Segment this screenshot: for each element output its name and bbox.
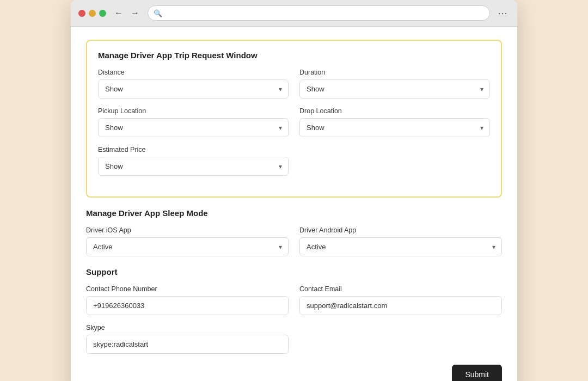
minimize-icon[interactable]: [89, 10, 96, 17]
distance-select-wrapper: Show Hide ▾: [98, 79, 289, 99]
distance-group: Distance Show Hide ▾: [98, 69, 289, 99]
ios-app-group: Driver iOS App Active Inactive ▾: [86, 226, 289, 256]
android-app-label: Driver Android App: [299, 226, 502, 234]
drop-group: Drop Location Show Hide ▾: [299, 107, 490, 137]
trip-row-2: Pickup Location Show Hide ▾ Drop Locatio…: [98, 107, 490, 137]
trip-row-3: Estimated Price Show Hide ▾: [98, 146, 490, 176]
skype-label: Skype: [86, 324, 289, 331]
skype-group: Skype: [86, 324, 289, 354]
close-icon[interactable]: [78, 10, 85, 17]
phone-label: Contact Phone Number: [86, 285, 289, 293]
pickup-select[interactable]: Show Hide: [98, 118, 289, 137]
trip-row-1: Distance Show Hide ▾ Duration Show: [98, 69, 490, 99]
android-app-group: Driver Android App Active Inactive ▾: [299, 226, 502, 256]
pickup-select-wrapper: Show Hide ▾: [98, 118, 289, 137]
ios-app-label: Driver iOS App: [86, 226, 289, 234]
estimated-price-label: Estimated Price: [98, 146, 289, 153]
browser-window: ← → 🔍 ⋯ Manage Driver App Trip Request W…: [71, 0, 517, 381]
email-input[interactable]: [299, 296, 502, 315]
phone-input[interactable]: [86, 296, 289, 315]
forward-button[interactable]: →: [128, 7, 142, 19]
ios-app-select[interactable]: Active Inactive: [86, 237, 289, 256]
maximize-icon[interactable]: [99, 10, 106, 17]
traffic-lights: [78, 10, 106, 17]
pickup-label: Pickup Location: [98, 107, 289, 115]
support-row-2: Skype: [86, 324, 502, 354]
address-bar[interactable]: 🔍: [148, 5, 490, 21]
email-group: Contact Email: [299, 285, 502, 315]
duration-group: Duration Show Hide ▾: [299, 69, 490, 99]
drop-select[interactable]: Show Hide: [299, 118, 490, 137]
sleep-mode-section: Manage Driver App Sleep Mode Driver iOS …: [86, 208, 502, 256]
ios-app-select-wrapper: Active Inactive ▾: [86, 237, 289, 256]
support-section: Support Contact Phone Number Contact Ema…: [86, 267, 502, 354]
submit-row: Submit: [86, 365, 502, 381]
duration-select[interactable]: Show Hide: [299, 79, 490, 99]
browser-chrome: ← → 🔍 ⋯: [71, 0, 517, 27]
submit-button[interactable]: Submit: [452, 365, 502, 381]
drop-select-wrapper: Show Hide ▾: [299, 118, 490, 137]
sleep-section-title: Manage Driver App Sleep Mode: [86, 208, 502, 218]
estimated-price-group: Estimated Price Show Hide ▾: [98, 146, 289, 176]
pickup-group: Pickup Location Show Hide ▾: [98, 107, 289, 137]
estimated-price-select-wrapper: Show Hide ▾: [98, 157, 289, 176]
android-app-select-wrapper: Active Inactive ▾: [299, 237, 502, 256]
distance-select[interactable]: Show Hide: [98, 79, 289, 99]
distance-label: Distance: [98, 69, 289, 76]
search-icon: 🔍: [154, 9, 162, 17]
nav-buttons: ← →: [112, 7, 142, 19]
trip-section-title: Manage Driver App Trip Request Window: [98, 51, 490, 60]
android-app-select[interactable]: Active Inactive: [299, 237, 502, 256]
more-button[interactable]: ⋯: [495, 7, 510, 19]
skype-input[interactable]: [86, 335, 289, 354]
browser-content: Manage Driver App Trip Request Window Di…: [71, 27, 517, 381]
support-section-title: Support: [86, 267, 502, 276]
trip-request-section: Manage Driver App Trip Request Window Di…: [86, 40, 502, 198]
estimated-price-select[interactable]: Show Hide: [98, 157, 289, 176]
back-button[interactable]: ←: [112, 7, 126, 19]
duration-label: Duration: [299, 69, 490, 76]
email-label: Contact Email: [299, 285, 502, 293]
duration-select-wrapper: Show Hide ▾: [299, 79, 490, 99]
sleep-row-1: Driver iOS App Active Inactive ▾ Driver …: [86, 226, 502, 256]
drop-label: Drop Location: [299, 107, 490, 115]
support-row-1: Contact Phone Number Contact Email: [86, 285, 502, 315]
phone-group: Contact Phone Number: [86, 285, 289, 315]
